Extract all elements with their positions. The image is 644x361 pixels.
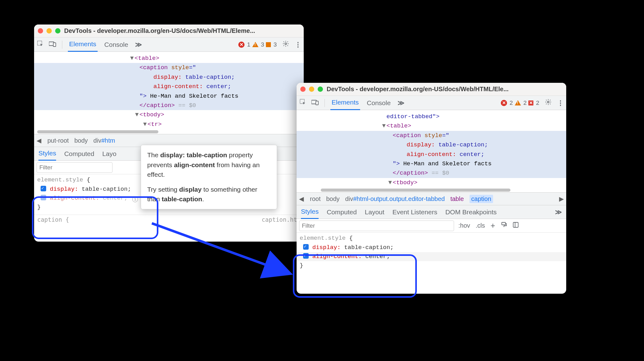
breadcrumb-item[interactable]: table [450,195,464,203]
breadcrumb-item[interactable]: div#html-output.output.editor-tabbed [345,195,445,203]
checkbox-icon[interactable] [41,186,46,191]
css-hint-tooltip: The display: table-caption property prev… [141,145,277,209]
subtab-styles[interactable]: Styles [301,205,319,219]
close-window-button[interactable] [300,87,306,92]
titlebar[interactable]: DevTools - developer.mozilla.org/en-US/d… [34,25,304,38]
zoom-window-button[interactable] [318,87,323,92]
svg-rect-2 [53,43,56,47]
svg-point-7 [547,101,549,103]
breadcrumb-prev-icon[interactable]: ◀ [298,195,304,203]
filter-input[interactable] [37,162,112,173]
more-subtabs-button[interactable]: ≫ [555,208,562,216]
devtools-window-right: DevTools - developer.mozilla.org/en-US/d… [297,83,566,294]
checkbox-icon[interactable] [303,253,309,259]
new-style-rule-icon[interactable]: + [489,221,496,230]
subtab-computed[interactable]: Computed [327,208,357,216]
subtab-dom-breakpoints[interactable]: DOM Breakpoints [445,208,497,216]
inspect-icon[interactable] [37,41,43,48]
error-icon: ✕ [238,42,245,48]
zoom-window-button[interactable] [55,28,60,33]
error-square-icon: ✕ [528,100,533,105]
devtools-toolbar: Elements Console ≫ ✕1 3 3 ⋮ [34,38,304,52]
device-toggle-icon[interactable] [311,99,319,107]
error-icon: ✕ [501,100,507,106]
cls-button[interactable]: .cls [474,222,486,229]
subtab-event-listeners[interactable]: Event Listeners [392,208,437,216]
breadcrumb-item-selected[interactable]: caption [470,195,493,203]
breadcrumb-item[interactable]: body [74,137,88,144]
window-title: DevTools - developer.mozilla.org/en-US/d… [327,86,509,93]
tab-console[interactable]: Console [103,38,130,52]
tab-elements[interactable]: Elements [330,96,360,110]
issue-counts[interactable]: ✕2 2 ✕2 [501,100,539,106]
breadcrumb-item[interactable]: put-root [47,137,69,144]
settings-icon[interactable] [545,99,552,107]
svg-rect-6 [316,101,318,105]
subtab-computed[interactable]: Computed [64,150,94,158]
dom-scrollbar[interactable] [300,189,563,192]
close-window-button[interactable] [38,28,43,33]
subtab-styles[interactable]: Styles [38,147,56,161]
breadcrumb-item[interactable]: body [326,195,339,203]
svg-rect-8 [502,222,505,225]
kebab-menu-icon[interactable]: ⋮ [295,41,301,48]
truncated-text: caption { [37,216,69,223]
window-title: DevTools - developer.mozilla.org/en-US/d… [64,27,255,34]
svg-rect-9 [513,222,518,227]
breadcrumb-next-icon[interactable]: ▶ [558,195,564,203]
traffic-lights [38,28,60,33]
flag-icon [266,42,271,47]
dom-tree[interactable]: ▼<table> <caption style=" display: table… [34,52,304,134]
more-tabs-button[interactable]: ≫ [135,41,142,48]
truncated-text: caption.htm [262,216,301,223]
breadcrumb-item[interactable]: div#htm [93,137,115,144]
dom-scrollbar[interactable] [37,130,301,133]
tab-elements[interactable]: Elements [68,38,98,52]
titlebar[interactable]: DevTools - developer.mozilla.org/en-US/d… [297,83,566,96]
inspect-icon[interactable] [300,99,306,107]
checkbox-icon[interactable] [303,244,309,250]
kebab-menu-icon[interactable]: ⋮ [557,99,563,107]
settings-icon[interactable] [282,40,289,49]
checkbox-icon[interactable] [41,195,46,200]
info-icon[interactable]: i [132,197,138,202]
styles-filter-bar: :hov .cls + [297,219,566,233]
minimize-window-button[interactable] [46,28,52,33]
hov-button[interactable]: :hov [457,222,471,229]
tab-console[interactable]: Console [366,96,392,110]
issue-counts[interactable]: ✕1 3 3 [238,41,277,48]
styles-pane[interactable]: element.style { display: table-caption; … [297,233,566,273]
minimize-window-button[interactable] [309,87,314,92]
subtab-layout[interactable]: Layout [365,208,384,216]
more-tabs-button[interactable]: ≫ [398,99,404,107]
filter-input[interactable] [299,221,454,231]
warning-icon [515,100,521,105]
devtools-toolbar: Elements Console ≫ ✕2 2 ✕2 ⋮ [297,96,566,110]
styles-subtabs: Styles Computed Layout Event Listeners D… [297,205,566,219]
computed-panel-icon[interactable] [511,222,520,230]
breadcrumb-prev-icon[interactable]: ◀ [36,137,42,144]
traffic-lights [300,87,323,92]
subtab-layout[interactable]: Layo [102,150,117,158]
dom-tree[interactable]: editor-tabbed"> ▼<table> <caption style=… [297,110,566,192]
paint-icon[interactable] [500,222,508,230]
warning-icon [252,42,258,47]
breadcrumb[interactable]: ◀ root body div#html-output.output.edito… [297,192,566,205]
breadcrumb-item[interactable]: root [310,195,320,203]
svg-point-3 [285,43,287,45]
device-toggle-icon[interactable] [49,41,56,48]
